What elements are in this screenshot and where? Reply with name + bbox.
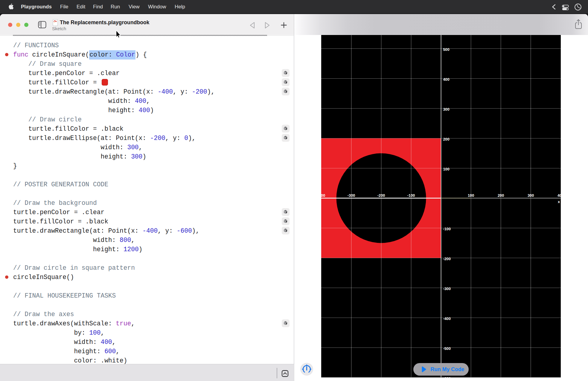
svg-text:100: 100 bbox=[443, 167, 449, 171]
svg-text:-400: -400 bbox=[443, 316, 451, 321]
svg-text:-100: -100 bbox=[443, 227, 451, 231]
svg-text:400: 400 bbox=[557, 193, 561, 198]
svg-text:-300: -300 bbox=[348, 193, 355, 198]
svg-text:300: 300 bbox=[443, 107, 449, 112]
svg-text:-100: -100 bbox=[407, 193, 415, 198]
svg-text:100: 100 bbox=[468, 193, 474, 198]
svg-text:-600: -600 bbox=[443, 376, 451, 377]
svg-text:300: 300 bbox=[528, 193, 534, 198]
svg-text:x: x bbox=[558, 200, 560, 204]
svg-text:200: 200 bbox=[443, 137, 449, 141]
svg-text:-200: -200 bbox=[443, 257, 451, 261]
svg-text:-500: -500 bbox=[443, 346, 451, 351]
svg-text:400: 400 bbox=[443, 77, 449, 82]
svg-text:-200: -200 bbox=[377, 193, 385, 198]
svg-text:500: 500 bbox=[443, 47, 449, 52]
svg-text:200: 200 bbox=[498, 193, 504, 198]
svg-text:-400: -400 bbox=[321, 193, 325, 198]
svg-text:-300: -300 bbox=[443, 286, 451, 291]
